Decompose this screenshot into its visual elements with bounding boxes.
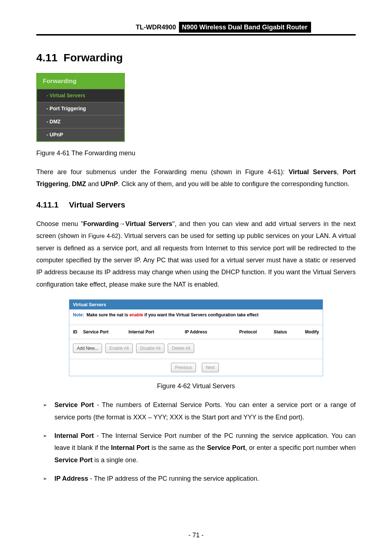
disable-all-button[interactable]: Disable All (136, 344, 164, 353)
menu-header: Forwarding (37, 74, 124, 89)
page-number: - 71 - (0, 530, 392, 540)
note-label: Note: (73, 312, 84, 317)
product-name: N900 Wireless Dual Band Gigabit Router (179, 22, 311, 33)
bullet-icon: ➢ (43, 399, 47, 423)
panel-pager: Previous Next (69, 359, 323, 376)
col-ip-address: IP Address (185, 329, 239, 335)
document-header: TL-WDR4900 N900 Wireless Dual Band Gigab… (134, 22, 356, 33)
section-number: 4.11 (36, 52, 57, 63)
def-internal-port: ➢ Internal Port - The Internal Service P… (43, 430, 356, 466)
figure-4-62-caption: Figure 4-62 Virtual Servers (36, 381, 356, 391)
intro-paragraph: There are four submenus under the Forwar… (36, 166, 356, 190)
model-code: TL-WDR4900 (134, 22, 177, 33)
col-id: ID (73, 329, 83, 335)
add-new-button[interactable]: Add New... (73, 344, 102, 353)
forwarding-menu: Forwarding - Virtual Servers - Port Trig… (36, 73, 125, 142)
header-divider (36, 34, 356, 36)
delete-all-button[interactable]: Delete All (168, 344, 194, 353)
definitions-list: ➢ Service Port - The numbers of External… (43, 399, 356, 485)
enable-all-button[interactable]: Enable All (105, 344, 132, 353)
panel-title: Virtual Servers (69, 300, 323, 310)
menu-item-upnp[interactable]: - UPnP (37, 128, 124, 141)
panel-note: Note: Make sure the nat is enable if you… (69, 309, 323, 325)
menu-item-virtual-servers[interactable]: - Virtual Servers (37, 89, 124, 102)
subsection-number: 4.11.1 (36, 199, 69, 211)
col-modify: Modify (299, 329, 319, 335)
next-button[interactable]: Next (202, 363, 219, 372)
col-status: Status (274, 329, 299, 335)
def-ip-address: ➢ IP Address - The IP address of the PC … (43, 473, 356, 485)
virtual-servers-paragraph: Choose menu "Forwarding→Virtual Servers"… (36, 218, 356, 291)
col-protocol: Protocol (239, 329, 274, 335)
figure-4-61-caption: Figure 4-61 The Forwarding menu (36, 148, 356, 158)
col-service-port: Service Port (83, 329, 128, 335)
table-header: ID Service Port Internal Port IP Address… (69, 325, 323, 339)
subsection-name: Virtual Servers (69, 200, 125, 209)
bullet-icon: ➢ (43, 473, 47, 485)
section-name: Forwarding (64, 52, 123, 63)
def-service-port: ➢ Service Port - The numbers of External… (43, 399, 356, 423)
menu-item-port-triggering[interactable]: - Port Triggering (37, 102, 124, 115)
previous-button[interactable]: Previous (171, 363, 196, 372)
panel-actions: Add New... Enable All Disable All Delete… (69, 339, 323, 359)
subsection-title: 4.11.1Virtual Servers (36, 199, 356, 211)
col-internal-port: Internal Port (128, 329, 185, 335)
section-title: 4.11 Forwarding (36, 49, 356, 66)
virtual-servers-panel: Virtual Servers Note: Make sure the nat … (69, 299, 323, 377)
menu-item-dmz[interactable]: - DMZ (37, 115, 124, 128)
bullet-icon: ➢ (43, 430, 47, 466)
